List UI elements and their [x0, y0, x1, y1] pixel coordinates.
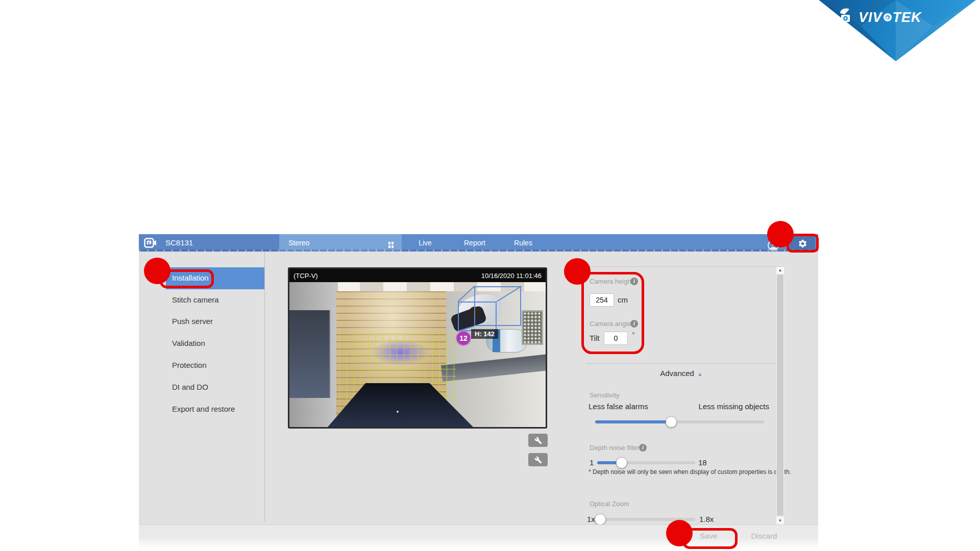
advanced-toggle[interactable]: Advanced▲: [648, 369, 715, 378]
sensitivity-slider-thumb[interactable]: [666, 416, 677, 428]
nav-report[interactable]: Report: [454, 239, 495, 247]
video-tool-button-1[interactable]: [528, 434, 548, 447]
video-timestamp: 10/16/2020 11:01:46: [481, 272, 542, 280]
collapse-arrow-icon: ▲: [697, 371, 703, 377]
settings-panel-divider: [583, 266, 784, 267]
depth-noise-slider[interactable]: [597, 457, 695, 468]
optical-zoom-max: 1.8x: [699, 515, 714, 523]
live-video-frame: (TCP-V) 10/16/2020 11:01:46: [288, 267, 547, 429]
grid-view-icon[interactable]: [388, 242, 394, 248]
sidebar-item-di-and-do[interactable]: DI and DO: [172, 383, 208, 391]
scroll-up-icon[interactable]: ▲: [776, 267, 784, 274]
sidebar-item-stitch-camera[interactable]: Stitch camera: [172, 295, 219, 304]
vivotek-wordmark: VIVTEK: [859, 10, 922, 26]
sensitivity-slider[interactable]: [595, 416, 765, 428]
vivotek-logo-banner: VIVTEK: [816, 0, 976, 61]
page: VIVTEK SC8131 Stereo Live Report Rules: [0, 0, 980, 551]
discard-button[interactable]: Discard: [741, 532, 787, 540]
camera-scene: 12 H: 142: [289, 282, 546, 427]
logo-letter-o: [884, 13, 892, 21]
optical-zoom-min: 1x: [587, 515, 595, 523]
header-bar: SC8131 Stereo Live Report Rules: [139, 234, 818, 252]
detection-bbox-front: [458, 302, 497, 331]
annotation-dot-installation: [144, 258, 170, 284]
device-name: SC8131: [165, 238, 193, 247]
annotation-dot-camera-settings: [564, 258, 591, 285]
track-id-badge: 12: [456, 331, 471, 346]
annotation-dot-save: [666, 520, 693, 546]
video-title-bar: (TCP-V) 10/16/2020 11:01:46: [289, 269, 546, 282]
tray-object: [522, 310, 543, 345]
scroll-down-icon[interactable]: ▼: [776, 517, 784, 524]
annotation-box-camera-settings: [581, 272, 644, 354]
sidebar-item-protection[interactable]: Protection: [172, 361, 207, 369]
annotation-dot-gear: [767, 221, 794, 247]
sidebar-divider: [264, 252, 265, 522]
app-panel: SC8131 Stereo Live Report Rules Installa…: [139, 234, 818, 548]
person-height-label: H: 142: [471, 329, 498, 339]
depth-noise-slider-thumb[interactable]: [616, 457, 627, 468]
header-ruler-strip: [139, 249, 818, 252]
nav-rules[interactable]: Rules: [508, 239, 538, 247]
depth-noise-filter-label: Depth noise filter: [590, 444, 640, 452]
optical-zoom-label: Optical Zoom: [590, 500, 629, 508]
sidebar-item-export-and-restore[interactable]: Export and restore: [172, 405, 235, 413]
wrench-icon: [534, 437, 542, 444]
header-device-section: [139, 234, 279, 252]
depth-noise-max: 18: [698, 458, 707, 467]
tab-stereo-label[interactable]: Stereo: [288, 239, 309, 247]
nav-live[interactable]: Live: [410, 239, 440, 247]
depth-noise-min: 1: [590, 458, 594, 467]
sidebar-item-validation[interactable]: Validation: [172, 339, 205, 347]
vivotek-camera-icon: [838, 6, 855, 29]
sensitivity-left-label: Less false alarms: [589, 402, 648, 411]
wrench-icon: [534, 456, 542, 464]
app-logo-icon: [144, 238, 156, 249]
scrollbar-thumb[interactable]: [777, 274, 783, 516]
sidebar-item-push-server[interactable]: Push server: [172, 317, 213, 325]
video-protocol: (TCP-V): [293, 272, 318, 280]
video-tool-button-2[interactable]: [528, 453, 548, 466]
advanced-divider: [586, 363, 776, 364]
logo-triangle: VIVTEK: [816, 0, 976, 61]
sensitivity-label: Sensitivity: [590, 391, 620, 399]
sensitivity-right-label: Less missing objects: [699, 402, 769, 411]
optical-zoom-slider-thumb[interactable]: [595, 514, 606, 525]
settings-scrollbar[interactable]: ▲ ▼: [776, 267, 784, 524]
info-icon[interactable]: i: [639, 444, 647, 452]
